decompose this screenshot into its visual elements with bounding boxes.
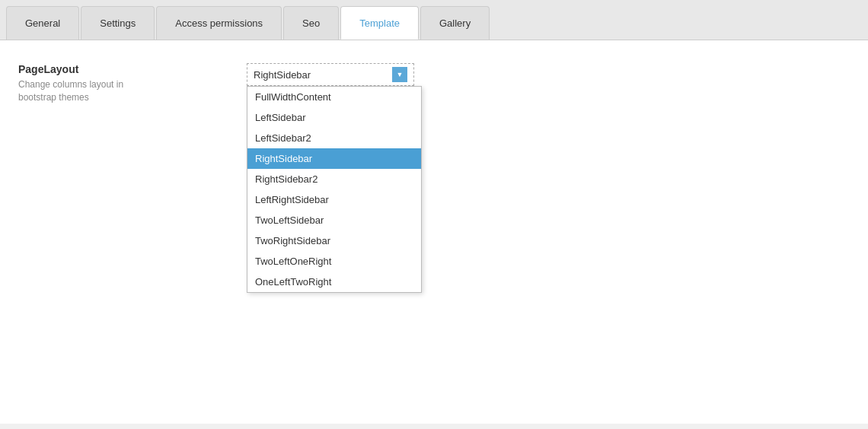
field-section: PageLayout Change columns layout in boot… <box>18 63 850 104</box>
dropdown-item-rightsidebar[interactable]: RightSidebar <box>247 148 421 169</box>
dropdown-selected-text: RightSidebar <box>254 69 392 81</box>
field-label-group: PageLayout Change columns layout in boot… <box>18 63 216 104</box>
tab-access-permissions[interactable]: Access permissions <box>156 6 282 40</box>
dropdown-item-onelefttworight[interactable]: OneLeftTwoRight <box>247 272 421 292</box>
tab-general[interactable]: General <box>6 6 79 40</box>
dropdown-selected[interactable]: RightSidebar <box>247 63 414 86</box>
field-description-line2: bootstrap themes <box>18 92 89 103</box>
dropdown-item-leftsidebar[interactable]: LeftSidebar <box>247 107 421 128</box>
content-area: PageLayout Change columns layout in boot… <box>0 40 868 424</box>
dropdown-item-rightsidebar2[interactable]: RightSidebar2 <box>247 169 421 189</box>
tab-gallery[interactable]: Gallery <box>420 6 490 40</box>
tab-template[interactable]: Template <box>340 6 419 40</box>
tab-seo[interactable]: Seo <box>283 6 339 40</box>
field-description: Change columns layout in bootstrap theme… <box>18 78 216 104</box>
dropdown-arrow-icon[interactable] <box>392 67 407 82</box>
field-title: PageLayout <box>18 63 216 75</box>
dropdown-list: FullWidthContentLeftSidebarLeftSidebar2R… <box>247 86 422 293</box>
dropdown-item-fullwidthcontent[interactable]: FullWidthContent <box>247 87 421 107</box>
field-description-line1: Change columns layout in <box>18 79 123 90</box>
dropdown-item-leftrightsidebar[interactable]: LeftRightSidebar <box>247 189 421 210</box>
tabs-bar: GeneralSettingsAccess permissionsSeoTemp… <box>0 0 868 40</box>
tab-settings[interactable]: Settings <box>81 6 155 40</box>
dropdown-item-twoleftsidebar[interactable]: TwoLeftSidebar <box>247 210 421 230</box>
dropdown-item-twoleftoneright[interactable]: TwoLeftOneRight <box>247 251 421 272</box>
dropdown-item-leftsidebar2[interactable]: LeftSidebar2 <box>247 128 421 148</box>
dropdown-wrapper: RightSidebar FullWidthContentLeftSidebar… <box>247 63 414 86</box>
dropdown-item-tworightsidebar[interactable]: TwoRightSidebar <box>247 230 421 251</box>
